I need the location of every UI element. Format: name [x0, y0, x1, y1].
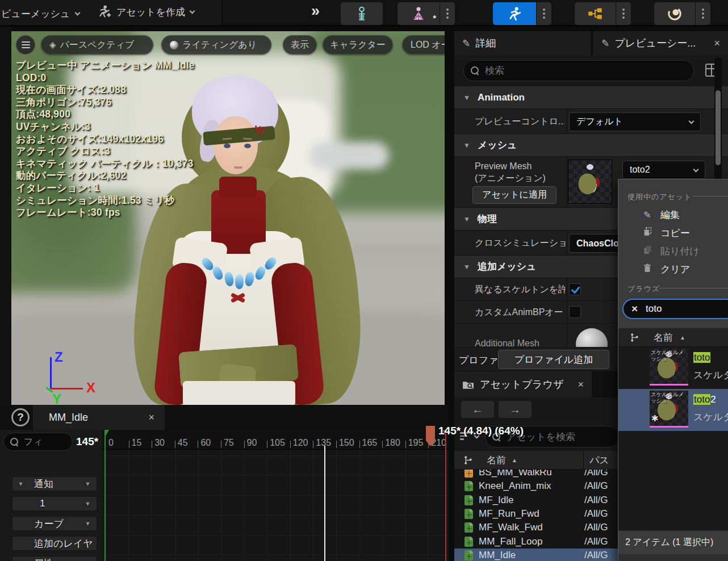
track-attributes[interactable]: 属性 [12, 556, 97, 561]
perspective-button[interactable]: ◈ パースペクティブ [41, 35, 153, 55]
splitter [567, 301, 567, 323]
timeline-left-column: フィルタ 145* ▼ 通知 ▼ 1 ▼ カーブ ▼ 追加のレイヤ 属性 [0, 430, 102, 561]
create-asset-dropdown[interactable]: アセットを作成 [97, 5, 194, 19]
tab-preview-scene[interactable]: ✎ プレビューシー... × [593, 31, 728, 55]
lod-button[interactable]: LOD オート [402, 35, 445, 55]
skeleton-mode-button[interactable] [341, 2, 383, 25]
track-additional-layers[interactable]: 追加のレイヤ [12, 536, 97, 551]
splitter [567, 109, 567, 133]
view-mesh-dropdown[interactable]: ビューメッシュ [1, 7, 80, 20]
add-profile-label: プロファイル追加 [514, 353, 593, 366]
preview-viewport[interactable]: W ◈ パー [11, 31, 445, 405]
column-name-label: 名前 [487, 454, 506, 467]
menu-item-paste[interactable]: 貼り付け [618, 242, 728, 260]
skeletal-mesh-options-button[interactable] [440, 2, 455, 25]
track-notifies[interactable]: ▼ 通知 ▼ [12, 476, 97, 491]
timeline-ruler[interactable]: 0 15 30 45 60 75 90 [102, 430, 449, 450]
track-notifies-label: 通知 [34, 478, 53, 491]
toolbar-overflow-chevrons[interactable]: » [311, 2, 320, 20]
character-button[interactable]: キャラクター [323, 35, 393, 55]
animation-mode-button[interactable] [493, 2, 536, 25]
sphere-thumbnail[interactable] [576, 328, 608, 348]
section-mesh[interactable]: ▼ メッシュ [454, 134, 728, 157]
range-end-marker[interactable] [445, 430, 446, 561]
perspective-label: パースペクティブ [60, 39, 135, 51]
preview-mesh-sublabel: (アニメーション) [475, 173, 546, 185]
physics-mode-button[interactable] [654, 2, 695, 25]
details-search-input[interactable]: 検索 [463, 60, 694, 81]
tab-details[interactable]: ✎ 詳細 [454, 31, 591, 55]
paste-icon [642, 245, 652, 257]
add-profile-button[interactable]: プロファイル追加 [498, 350, 609, 369]
menu-item-clear[interactable]: クリア [618, 260, 728, 278]
custom-animbp-checkbox[interactable] [569, 306, 581, 318]
viewport-menu-button[interactable] [16, 35, 35, 55]
back-button[interactable]: ← [461, 401, 494, 418]
anim-blueprint-mode-button[interactable] [575, 2, 616, 25]
preview-controller-label: プレビューコントロ... [475, 116, 564, 128]
chevron-down-icon [689, 119, 694, 124]
animation-options-button[interactable] [537, 2, 551, 25]
browse-list-header[interactable]: 名前 ▲ [618, 328, 728, 347]
search-placeholder: 検索 [485, 64, 504, 77]
menu-item-copy[interactable]: コピー [618, 224, 728, 242]
animation-timeline-panel: ? MM_Idle × フィルタ 145* ▼ 通知 ▼ 1 ▼ カーブ [0, 405, 449, 561]
track-notify-lane-1[interactable]: 1 ▼ [12, 496, 97, 511]
menu-item-edit[interactable]: ✎ 編集 [618, 206, 728, 224]
skeletal-mesh-mode-button[interactable]: * [398, 2, 440, 25]
item-count-label: 2 アイテム (1 選択中) [625, 537, 713, 549]
physics-options-button[interactable] [696, 2, 710, 25]
tab-asset-browser[interactable]: アセットブラウザ × [454, 371, 592, 397]
blueprint-options-button[interactable] [616, 2, 631, 25]
help-button[interactable]: ? [11, 408, 30, 426]
track-filter-input[interactable]: フィルタ [3, 433, 73, 451]
triangle-icon: ▼ [85, 520, 91, 527]
tick-label: 15 [132, 438, 142, 448]
track-curves[interactable]: カーブ ▼ [12, 516, 97, 531]
result-type-label: スケルタルメッシュ [693, 369, 728, 382]
show-button[interactable]: 表示 [283, 35, 317, 55]
splitter [567, 324, 567, 347]
stat-line: UVチャンネル:3 [16, 121, 195, 133]
preview-mesh-dropdown[interactable]: toto2 [622, 161, 705, 179]
tab-mm-idle[interactable]: MM_Idle × [33, 405, 165, 430]
close-icon[interactable]: × [714, 37, 720, 49]
menu-item-copy-label: コピー [660, 227, 690, 240]
allow-skeleton-checkbox[interactable] [569, 283, 581, 295]
forward-button[interactable]: → [499, 401, 532, 418]
scrollbar-thumb[interactable] [716, 90, 721, 165]
apply-to-asset-button[interactable]: アセットに適用 [472, 186, 557, 204]
browse-search-input[interactable]: × toto [622, 299, 728, 319]
tick-label: 195 [408, 438, 424, 448]
menu-item-edit-label: 編集 [660, 208, 680, 221]
create-asset-label: アセットを作成 [116, 6, 185, 19]
running-man-icon [507, 6, 522, 22]
thumb-type-label: スケルタルメッシュ [651, 391, 686, 404]
allow-skeleton-label: 異なるスケルトンを許 [475, 284, 566, 296]
lighting-mode-button[interactable]: ライティングあり [161, 35, 271, 55]
splitter [567, 157, 567, 207]
tick-label: 180 [385, 438, 400, 448]
section-animation[interactable]: ▼ Animation [454, 86, 728, 109]
timeline-track-area[interactable]: 0 15 30 45 60 75 90 [102, 430, 449, 561]
stat-line: おおよそのサイズ:149x102x196 [16, 133, 195, 146]
result-row-toto[interactable]: スケルタルメッシュ toto スケルタルメッシュ [618, 347, 728, 389]
tab-details-label: 詳細 [475, 36, 496, 50]
track-attributes-label: 属性 [34, 557, 53, 561]
toto2-thumbnail: スケルタルメッシュ ✱ [650, 391, 688, 428]
close-icon[interactable]: × [578, 379, 584, 391]
result-row-toto2[interactable]: スケルタルメッシュ ✱ toto2 スケルタルメッシュ [618, 389, 728, 431]
preview-mesh-thumbnail[interactable] [568, 160, 612, 204]
stat-line: フレームレート:30 fps [16, 207, 195, 219]
pencil-icon: ✎ [642, 210, 652, 220]
playhead-line[interactable] [324, 446, 325, 561]
stat-line: 動的パーティクル:2,602 [16, 170, 195, 182]
collapse-triangle-icon: ▼ [463, 215, 470, 223]
clear-search-icon[interactable]: × [631, 303, 638, 315]
close-icon[interactable]: × [148, 412, 154, 424]
section-divider [659, 288, 728, 288]
preview-controller-dropdown[interactable]: デフォルト [569, 112, 701, 131]
section-divider [692, 196, 728, 196]
range-start-marker[interactable] [104, 430, 106, 561]
revision-control-icon [630, 333, 639, 342]
